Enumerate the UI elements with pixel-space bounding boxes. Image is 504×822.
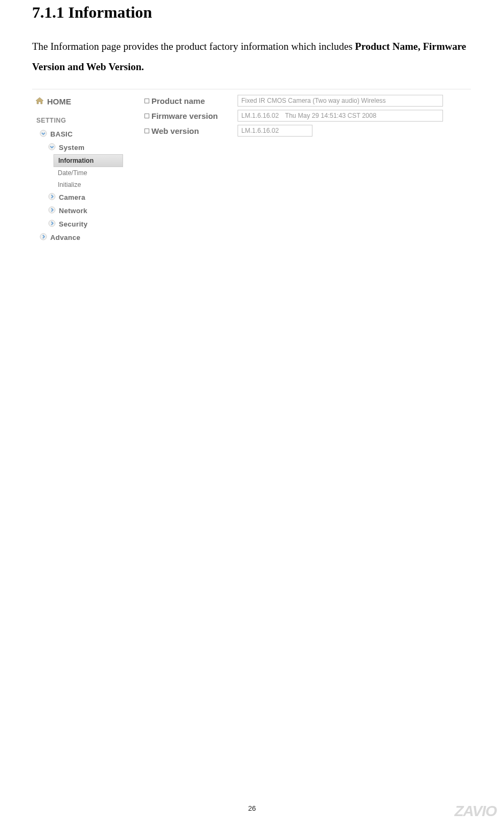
product-name-label: Product name — [151, 96, 205, 105]
row-web-version: Web version LM.1.6.16.02 — [144, 125, 465, 137]
svg-point-3 — [49, 207, 55, 213]
arrow-down-icon — [40, 130, 47, 139]
nav-camera-label: Camera — [59, 193, 86, 201]
arrow-right-icon — [40, 233, 47, 242]
web-version-value: LM.1.6.16.02 — [238, 125, 312, 137]
row-product-name: Product name Fixed IR CMOS Camera (Two w… — [144, 95, 465, 107]
nav-setting-header: SETTING — [32, 109, 139, 127]
square-bullet-icon — [144, 114, 149, 118]
nav-information[interactable]: Information — [54, 154, 123, 167]
firmware-version-value: LM.1.6.16.02 Thu May 29 14:51:43 CST 200… — [238, 110, 443, 122]
sidebar: HOME SETTING BASIC System Information Da… — [32, 95, 139, 244]
firmware-version-label: Firmware version — [151, 111, 218, 120]
info-panel: Product name Fixed IR CMOS Camera (Two w… — [144, 95, 465, 140]
nav-security[interactable]: Security — [32, 217, 139, 231]
arrow-right-icon — [48, 220, 56, 229]
svg-point-2 — [49, 193, 55, 200]
nav-initialize[interactable]: Initialize — [32, 179, 139, 191]
nav-system-label: System — [59, 144, 85, 152]
nav-advance[interactable]: Advance — [32, 231, 139, 244]
section-paragraph: The Information page provides the produc… — [32, 36, 472, 77]
ui-screenshot: HOME SETTING BASIC System Information Da… — [32, 89, 471, 288]
page-number: 26 — [0, 804, 504, 812]
arrow-right-icon — [48, 206, 56, 215]
nav-home[interactable]: HOME — [32, 95, 139, 109]
section-heading: 7.1.1 Information — [32, 3, 472, 21]
square-bullet-icon — [144, 129, 149, 133]
svg-point-5 — [40, 233, 47, 240]
nav-security-label: Security — [59, 220, 88, 228]
para-plain: The Information page provides the produc… — [32, 41, 355, 52]
home-icon — [35, 97, 44, 106]
nav-network-label: Network — [59, 207, 87, 215]
nav-advance-label: Advance — [50, 233, 80, 242]
arrow-down-icon — [48, 143, 56, 152]
arrow-right-icon — [48, 193, 56, 202]
svg-point-1 — [49, 144, 55, 150]
nav-datetime[interactable]: Date/Time — [32, 167, 139, 179]
nav-camera[interactable]: Camera — [32, 191, 139, 204]
web-version-label: Web version — [151, 126, 199, 135]
nav-system[interactable]: System — [32, 141, 139, 154]
product-name-value: Fixed IR CMOS Camera (Two way audio) Wir… — [238, 95, 443, 107]
svg-point-0 — [40, 130, 47, 137]
nav-basic[interactable]: BASIC — [32, 127, 139, 141]
nav-home-label: HOME — [47, 97, 71, 106]
nav-basic-label: BASIC — [50, 130, 73, 138]
square-bullet-icon — [144, 99, 149, 103]
nav-network[interactable]: Network — [32, 204, 139, 217]
svg-point-4 — [49, 220, 55, 227]
row-firmware-version: Firmware version LM.1.6.16.02 Thu May 29… — [144, 110, 465, 122]
brand-logo: ZAVIO — [455, 803, 497, 820]
